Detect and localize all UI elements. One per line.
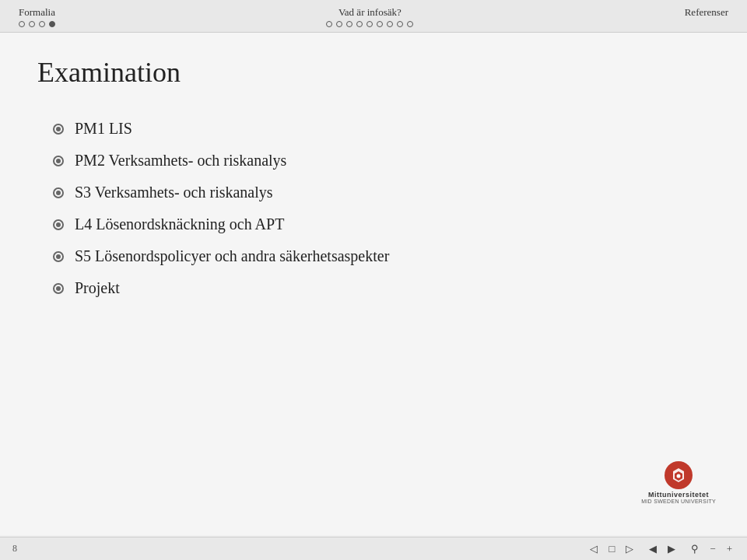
university-logo: Mittuniversitetet MID SWEDEN UNIVERSITY [641, 461, 716, 504]
logo-text: Mittuniversitetet [648, 491, 709, 499]
bullet-icon-6 [53, 283, 64, 294]
nav-label-formalia: Formalia [19, 6, 55, 19]
search-button[interactable]: ⚲ [689, 543, 701, 555]
navigation-controls[interactable]: ◁ □ ▷ ◀ ▶ ⚲ − + [587, 543, 735, 555]
dot-c3[interactable] [346, 21, 352, 27]
nav-label-infosak: Vad är infosäk? [338, 6, 402, 19]
prev-frame-button[interactable]: ◁ [587, 543, 600, 555]
bottom-bar: 8 ◁ □ ▷ ◀ ▶ ⚲ − + [0, 537, 747, 560]
list-item: L4 Lösenordsknäckning och APT [53, 215, 710, 233]
nav-dots-infosak [326, 21, 413, 27]
dot-c4[interactable] [356, 21, 363, 27]
slide-area: Examination PM1 LIS PM2 Verksamhets- och… [0, 33, 747, 535]
bullet-list: PM1 LIS PM2 Verksamhets- och riskanalys … [37, 120, 710, 297]
logo-subtext: MID SWEDEN UNIVERSITY [641, 499, 716, 504]
list-item: Projekt [53, 279, 710, 297]
nav-label-referencer: Referenser [685, 6, 728, 19]
bullet-text-4: L4 Lösenordsknäckning och APT [75, 215, 284, 233]
dot-c6[interactable] [377, 21, 383, 27]
zoom-out-button[interactable]: − [707, 543, 717, 555]
next-section-button[interactable]: ▶ [665, 543, 678, 555]
frame-button[interactable]: □ [606, 543, 617, 555]
next-frame-button[interactable]: ▷ [623, 543, 636, 555]
dot-c9[interactable] [407, 21, 413, 27]
bullet-text-2: PM2 Verksamhets- och riskanalys [75, 152, 286, 170]
top-navigation-bar: Formalia Vad är infosäk? Referenser [0, 0, 747, 33]
bullet-text-1: PM1 LIS [75, 120, 132, 138]
bullet-icon-4 [53, 219, 64, 230]
logo-emblem [665, 461, 693, 489]
zoom-in-button[interactable]: + [724, 543, 735, 555]
list-item: PM2 Verksamhets- och riskanalys [53, 152, 710, 170]
bullet-text-3: S3 Verksamhets- och riskanalys [75, 184, 273, 201]
nav-section-referencer: Referenser [685, 6, 728, 21]
dot-2[interactable] [29, 21, 35, 27]
prev-section-button[interactable]: ◀ [647, 543, 659, 555]
dot-c1[interactable] [326, 21, 332, 27]
bullet-text-5: S5 Lösenordspolicyer och andra säkerhets… [75, 247, 389, 265]
svg-point-1 [677, 474, 681, 478]
list-item: S5 Lösenordspolicyer och andra säkerhets… [53, 247, 710, 265]
dot-c5[interactable] [366, 21, 373, 27]
bullet-icon-3 [53, 187, 64, 198]
bullet-text-6: Projekt [75, 279, 120, 297]
nav-section-infosak: Vad är infosäk? [326, 6, 413, 27]
bullet-icon-5 [53, 251, 64, 262]
dot-1[interactable] [19, 21, 25, 27]
list-item: S3 Verksamhets- och riskanalys [53, 184, 710, 201]
dot-c2[interactable] [336, 21, 342, 27]
list-item: PM1 LIS [53, 120, 710, 138]
nav-section-formalia: Formalia [19, 6, 55, 27]
bullet-icon-1 [53, 124, 64, 135]
page-number: 8 [12, 543, 17, 555]
dot-3[interactable] [39, 21, 45, 27]
dot-c7[interactable] [387, 21, 393, 27]
nav-dots-formalia [19, 21, 55, 27]
slide-title: Examination [37, 56, 710, 89]
bullet-icon-2 [53, 156, 64, 166]
dot-4[interactable] [49, 21, 55, 27]
dot-c8[interactable] [397, 21, 403, 27]
